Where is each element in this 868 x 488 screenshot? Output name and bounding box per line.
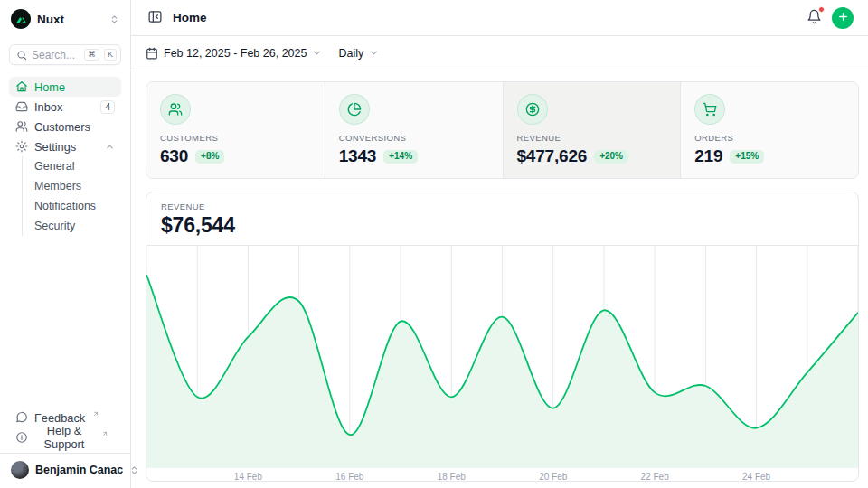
search-input[interactable]: Search... ⌘ K [9, 44, 121, 65]
team-name: Nuxt [37, 13, 103, 26]
sidebar-item-inbox[interactable]: Inbox 4 [9, 97, 121, 117]
period-select[interactable]: Daily [338, 47, 379, 60]
home-icon [15, 80, 28, 93]
stat-label: CONVERSIONS [339, 133, 489, 143]
chart-header: REVENUE $76,544 [146, 192, 858, 246]
stat-label: REVENUE [517, 133, 667, 143]
main-area: Home Feb 12, 2025 - Feb 26, 2025 [131, 0, 868, 488]
sidebar-item-label: Customers [34, 120, 115, 134]
x-tick-label: 14 Feb [234, 472, 262, 482]
sidebar-item-general[interactable]: General [31, 156, 121, 176]
revenue-area-chart[interactable]: 14 Feb16 Feb18 Feb20 Feb22 Feb24 Feb [146, 246, 858, 482]
stat-card-orders[interactable]: ORDERS 219 +15% [680, 82, 858, 178]
sidebar-item-label: Settings [34, 140, 99, 154]
users-icon [15, 120, 28, 133]
stat-delta-badge: +20% [594, 150, 628, 164]
kbd-k: K [104, 49, 117, 61]
chevron-up-icon [105, 142, 115, 152]
panel-left-close-icon [147, 9, 163, 27]
date-range-value: Feb 12, 2025 - Feb 26, 2025 [164, 47, 307, 60]
period-value: Daily [338, 47, 363, 60]
sidebar-item-members[interactable]: Members [31, 176, 121, 196]
sidebar-item-notifications[interactable]: Notifications [31, 196, 121, 216]
stat-label: ORDERS [694, 133, 844, 143]
x-tick-label: 16 Feb [335, 472, 363, 482]
stat-value: 219 [694, 146, 722, 166]
settings-subnav: General Members Notifications Security [22, 156, 121, 236]
x-tick-label: 18 Feb [438, 472, 466, 482]
stat-label: CUSTOMERS [160, 133, 311, 143]
external-link-icon [92, 410, 99, 418]
help-support-label: Help & Support [34, 424, 94, 451]
sidebar-item-settings[interactable]: Settings [9, 136, 121, 156]
top-header: Home [131, 0, 868, 36]
users-icon [160, 94, 191, 125]
sidebar-item-security[interactable]: Security [31, 216, 121, 236]
page-content: CUSTOMERS 630 +8% CONVERSIONS 1343 +14% [131, 70, 868, 488]
add-button[interactable] [832, 7, 854, 29]
search-placeholder: Search... [32, 49, 80, 61]
stat-value: 1343 [339, 146, 376, 166]
sidebar-item-customers[interactable]: Customers [9, 117, 121, 136]
calendar-icon [146, 47, 158, 60]
x-tick-label: 22 Feb [641, 472, 669, 482]
inbox-count-badge: 4 [100, 100, 115, 114]
chat-bubble-icon [15, 411, 28, 424]
stat-value: $477,626 [517, 146, 588, 166]
nuxt-logo [11, 9, 31, 29]
stat-card-conversions[interactable]: CONVERSIONS 1343 +14% [325, 82, 503, 178]
gear-icon [15, 140, 28, 153]
cart-icon [694, 94, 725, 125]
app-root: Nuxt Search... ⌘ K Home [0, 0, 868, 488]
chevron-down-icon [312, 48, 322, 58]
chart-metric-value: $76,544 [161, 213, 844, 238]
sidebar: Nuxt Search... ⌘ K Home [0, 0, 131, 488]
team-switcher[interactable]: Nuxt [9, 7, 121, 31]
pie-chart-icon [339, 94, 370, 125]
sidebar-top: Nuxt Search... ⌘ K Home [0, 0, 130, 408]
stat-delta-badge: +14% [383, 150, 418, 164]
info-icon [15, 431, 28, 444]
user-menu[interactable]: Benjamin Canac [0, 453, 130, 488]
inbox-icon [15, 100, 28, 113]
notification-dot [818, 6, 825, 13]
kbd-cmd: ⌘ [84, 49, 99, 61]
stat-card-revenue[interactable]: REVENUE $477,626 +20% [503, 82, 681, 178]
sidebar-nav: Home Inbox 4 Customers [9, 77, 121, 236]
date-range-picker[interactable]: Feb 12, 2025 - Feb 26, 2025 [146, 47, 322, 60]
notifications-button[interactable] [805, 7, 824, 29]
stat-value: 630 [160, 146, 188, 166]
sidebar-item-home[interactable]: Home [9, 77, 121, 97]
page-title: Home [173, 11, 207, 24]
stat-delta-badge: +8% [195, 150, 224, 164]
feedback-label: Feedback [34, 411, 85, 425]
chart-x-axis: 14 Feb16 Feb18 Feb20 Feb22 Feb24 Feb [146, 468, 858, 482]
chart-canvas [146, 246, 858, 468]
sidebar-collapse-button[interactable] [146, 7, 165, 29]
x-tick-label: 20 Feb [539, 472, 567, 482]
stat-delta-badge: +15% [730, 150, 764, 164]
chevron-down-icon [369, 48, 379, 58]
dollar-circle-icon [517, 94, 548, 125]
filter-toolbar: Feb 12, 2025 - Feb 26, 2025 Daily [131, 36, 868, 70]
sidebar-item-label: Home [34, 80, 115, 94]
chevrons-up-down-icon [109, 14, 119, 24]
stats-row: CUSTOMERS 630 +8% CONVERSIONS 1343 +14% [146, 81, 859, 179]
avatar [11, 461, 29, 479]
external-link-icon [101, 430, 108, 437]
x-tick-label: 24 Feb [742, 472, 770, 482]
help-support-link[interactable]: Help & Support [9, 427, 121, 447]
sidebar-item-label: Inbox [34, 100, 94, 114]
user-name: Benjamin Canac [35, 464, 123, 476]
revenue-chart-card: REVENUE $76,544 14 Feb16 Feb18 Feb20 Feb… [146, 192, 859, 482]
search-icon [16, 50, 27, 61]
chart-metric-label: REVENUE [161, 202, 844, 211]
plus-icon [837, 11, 849, 25]
stat-card-customers[interactable]: CUSTOMERS 630 +8% [146, 82, 325, 178]
sidebar-footer: Feedback Help & Support Benjamin Canac [0, 408, 130, 488]
